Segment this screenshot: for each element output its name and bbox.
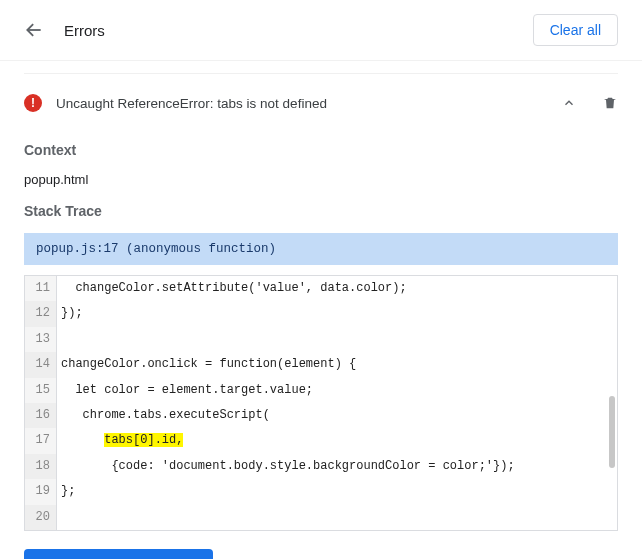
line-number: 15 [25, 378, 57, 403]
code-line: 18 {code: 'document.body.style.backgroun… [25, 454, 617, 479]
code-text: }); [57, 301, 617, 326]
code-text: tabs[0].id, [57, 428, 617, 453]
context-label: Context [24, 142, 618, 158]
code-line: 20 [25, 505, 617, 530]
line-number: 12 [25, 301, 57, 326]
trash-icon[interactable] [602, 95, 618, 111]
code-text: }; [57, 479, 617, 504]
stack-trace-label: Stack Trace [24, 203, 618, 219]
context-value: popup.html [24, 172, 618, 187]
line-number: 11 [25, 276, 57, 301]
line-number: 18 [25, 454, 57, 479]
code-text: {code: 'document.body.style.backgroundCo… [57, 454, 617, 479]
code-text [57, 327, 617, 352]
code-snippet: 11 changeColor.setAttribute('value', dat… [24, 275, 618, 531]
code-line: 17 tabs[0].id, [25, 428, 617, 453]
code-text: changeColor.setAttribute('value', data.c… [57, 276, 617, 301]
code-line: 12}); [25, 301, 617, 326]
code-line: 11 changeColor.setAttribute('value', dat… [25, 276, 617, 301]
error-badge-icon: ! [24, 94, 42, 112]
code-line: 19}; [25, 479, 617, 504]
code-text [57, 505, 617, 530]
line-number: 13 [25, 327, 57, 352]
code-text: changeColor.onclick = function(element) … [57, 352, 617, 377]
clear-all-button[interactable]: Clear all [533, 14, 618, 46]
code-line: 14changeColor.onclick = function(element… [25, 352, 617, 377]
error-message: Uncaught ReferenceError: tabs is not def… [56, 96, 327, 111]
back-arrow-icon[interactable] [24, 20, 44, 40]
code-text: let color = element.target.value; [57, 378, 617, 403]
chevron-up-icon[interactable] [562, 96, 576, 110]
line-number: 14 [25, 352, 57, 377]
line-number: 19 [25, 479, 57, 504]
view-devtools-button[interactable]: View in Developer Tools [24, 549, 213, 559]
code-line: 13 [25, 327, 617, 352]
page-title: Errors [64, 22, 105, 39]
line-number: 16 [25, 403, 57, 428]
highlighted-code: tabs[0].id, [104, 433, 183, 447]
code-line: 15 let color = element.target.value; [25, 378, 617, 403]
code-line: 16 chrome.tabs.executeScript( [25, 403, 617, 428]
line-number: 17 [25, 428, 57, 453]
error-summary-row[interactable]: ! Uncaught ReferenceError: tabs is not d… [24, 73, 618, 126]
code-text: chrome.tabs.executeScript( [57, 403, 617, 428]
scrollbar-thumb[interactable] [609, 396, 615, 468]
line-number: 20 [25, 505, 57, 530]
stack-trace-source[interactable]: popup.js:17 (anonymous function) [24, 233, 618, 265]
